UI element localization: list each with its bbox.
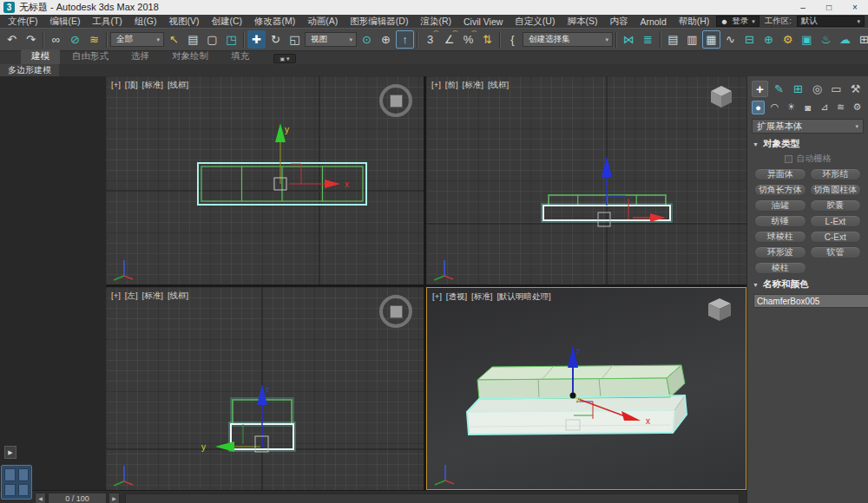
rendered-frame-window-icon[interactable]: ▣ <box>798 30 816 49</box>
spacewarps-category-icon[interactable]: ≋ <box>834 101 847 114</box>
next-frame-button[interactable]: ▶ <box>108 493 120 503</box>
menu-tools[interactable]: 工具(T) <box>86 16 128 28</box>
spindle-button[interactable]: 纺锤 <box>754 215 806 227</box>
viewport-menu-pov[interactable]: [左] <box>125 291 138 302</box>
menu-animation[interactable]: 动画(A) <box>301 16 344 28</box>
polygon-modeling-panel[interactable]: 多边形建模 <box>0 64 59 76</box>
curve-editor-icon[interactable]: ∿ <box>721 30 740 49</box>
gengon-button[interactable]: 球棱柱 <box>754 231 806 243</box>
viewport-menu-general[interactable]: [+] <box>111 80 121 91</box>
viewport-menu-pov[interactable]: [前] <box>445 80 458 91</box>
render-setup-icon[interactable]: ⚙ <box>779 30 797 49</box>
chamfer-box-button[interactable]: 切角长方体 <box>754 184 806 196</box>
maximize-button[interactable]: □ <box>816 0 842 15</box>
angle-snap-icon[interactable]: ∠⌒ <box>440 30 458 49</box>
utilities-tab-icon[interactable]: ⚒ <box>847 81 864 97</box>
oil-tank-button[interactable]: 油罐 <box>754 199 806 212</box>
geometry-category-icon[interactable]: ● <box>752 101 765 114</box>
autogrid-checkbox[interactable] <box>785 155 792 163</box>
viewport-left[interactable]: [+] [左] [标准] [线框] z <box>106 287 424 490</box>
prism-button[interactable]: 棱柱 <box>754 262 806 274</box>
state-sets-icon[interactable]: ⊞ <box>855 30 868 49</box>
menu-civil-view[interactable]: Civil View <box>457 16 509 27</box>
viewport-menu-pov[interactable]: [透视] <box>446 291 467 303</box>
lights-category-icon[interactable]: ☀ <box>785 101 798 114</box>
selection-filter-dropdown[interactable]: 全部 ▾ <box>110 32 164 47</box>
viewport-menu-pov[interactable]: [顶] <box>125 80 138 91</box>
ringwave-button[interactable]: 环形波 <box>754 246 806 258</box>
viewport-menu-standard[interactable]: [标准] <box>471 291 492 303</box>
workspace-dropdown[interactable]: 默认 ▾ <box>797 16 865 27</box>
menu-modifiers[interactable]: 修改器(M) <box>248 16 301 28</box>
viewport-menu-shading[interactable]: [线框] <box>488 80 509 91</box>
viewport-menu-shading[interactable]: [默认明暗处理] <box>496 291 550 303</box>
menu-content[interactable]: 内容 <box>603 16 634 28</box>
redo-icon[interactable]: ↷ <box>22 30 40 49</box>
viewport-top[interactable]: [+] [顶] [标准] [线框] y <box>106 76 424 284</box>
toggle-layer-explorer-icon[interactable]: ▥ <box>683 30 701 49</box>
systems-category-icon[interactable]: ⚙ <box>851 101 864 114</box>
previous-frame-button[interactable]: ◀ <box>35 493 46 503</box>
viewport-menu-general[interactable]: [+] <box>111 291 121 302</box>
viewport-menu-general[interactable]: [+] <box>431 80 441 91</box>
layer-manager-icon[interactable]: ▤ <box>664 30 682 49</box>
cameras-category-icon[interactable]: ◙ <box>801 101 814 114</box>
motion-tab-icon[interactable]: ◎ <box>809 81 825 97</box>
select-object-icon[interactable]: ↖ <box>165 30 183 49</box>
menu-scripting[interactable]: 脚本(S) <box>561 16 603 28</box>
geometry-category-dropdown[interactable]: 扩展基本体 ▾ <box>752 119 864 134</box>
ribbon-tab-object-paint[interactable]: 对象绘制 <box>161 49 219 64</box>
menu-group[interactable]: 组(G) <box>128 16 163 28</box>
select-and-move-icon[interactable]: ✚ <box>247 30 266 49</box>
select-and-link-icon[interactable]: ∞ <box>47 30 65 49</box>
menu-arnold[interactable]: Arnold <box>634 16 672 27</box>
l-ext-button[interactable]: L-Ext <box>810 215 862 227</box>
unlink-selection-icon[interactable]: ⊘ <box>66 30 84 49</box>
schematic-view-icon[interactable]: ⊟ <box>740 30 759 49</box>
c-ext-button[interactable]: C-Ext <box>810 231 862 243</box>
menu-help[interactable]: 帮助(H) <box>673 16 716 28</box>
ribbon-tab-modeling[interactable]: 建模 <box>21 49 60 64</box>
close-button[interactable]: × <box>842 0 868 15</box>
named-selection-sets-dropdown[interactable]: 创建选择集 ▾ <box>523 32 613 47</box>
rectangular-selection-region-icon[interactable]: ▢ <box>203 30 221 49</box>
hedra-button[interactable]: 异面体 <box>754 168 806 180</box>
reference-coordinate-dropdown[interactable]: 视图 ▾ <box>305 32 357 47</box>
ribbon-tab-freeform[interactable]: 自由形式 <box>62 49 119 64</box>
object-type-rollout-header[interactable]: ▼ 对象类型 <box>753 138 863 150</box>
menu-rendering[interactable]: 渲染(R) <box>414 16 457 28</box>
mirror-icon[interactable]: ⋈ <box>620 30 638 49</box>
edit-named-selection-sets-icon[interactable]: { <box>503 30 522 49</box>
viewcube-icon[interactable] <box>379 295 412 328</box>
align-icon[interactable]: ≣ <box>639 30 657 49</box>
torus-knot-button[interactable]: 环形结 <box>810 168 862 180</box>
track-bar-track[interactable] <box>125 493 740 503</box>
hierarchy-tab-icon[interactable]: ⊞ <box>790 81 806 97</box>
menu-views[interactable]: 视图(V) <box>163 16 206 28</box>
viewport-menu-standard[interactable]: [标准] <box>142 291 163 302</box>
viewport-menu-general[interactable]: [+] <box>432 291 442 303</box>
window-crossing-icon[interactable]: ◳ <box>222 30 240 49</box>
ribbon-minimize-toggle[interactable]: ▣ ▾ <box>273 54 296 63</box>
spinner-snap-icon[interactable]: ⇅ <box>478 30 496 49</box>
viewport-menu-shading[interactable]: [线框] <box>168 80 188 91</box>
capsule-button[interactable]: 胶囊 <box>810 199 862 212</box>
sign-in-dropdown[interactable]: ☻ 登录 ▾ <box>716 16 760 27</box>
create-tab-icon[interactable]: + <box>752 81 768 97</box>
minimize-button[interactable]: – <box>790 0 816 15</box>
shapes-category-icon[interactable]: ◠ <box>768 101 781 114</box>
name-color-rollout-header[interactable]: ▼ 名称和颜色 <box>753 278 863 291</box>
object-name-input[interactable] <box>753 294 868 308</box>
undo-icon[interactable]: ↶ <box>3 30 21 49</box>
viewport-perspective[interactable]: [+] [透视] [标准] [默认明暗处理] <box>426 287 746 490</box>
viewport-menu-shading[interactable]: [线框] <box>168 291 188 302</box>
snaps-toggle-3d-icon[interactable]: 3⌒ <box>421 30 439 49</box>
menu-customize[interactable]: 自定义(U) <box>509 16 561 28</box>
chamfer-cylinder-button[interactable]: 切角圆柱体 <box>810 184 862 196</box>
viewcube-icon[interactable] <box>708 83 734 109</box>
bind-to-spacewarp-icon[interactable]: ≋ <box>85 30 103 49</box>
display-tab-icon[interactable]: ▭ <box>828 81 845 97</box>
helpers-category-icon[interactable]: ⊿ <box>818 101 831 114</box>
select-and-manipulate-icon[interactable]: ⊕ <box>377 30 395 49</box>
menu-edit[interactable]: 编辑(E) <box>43 16 86 28</box>
